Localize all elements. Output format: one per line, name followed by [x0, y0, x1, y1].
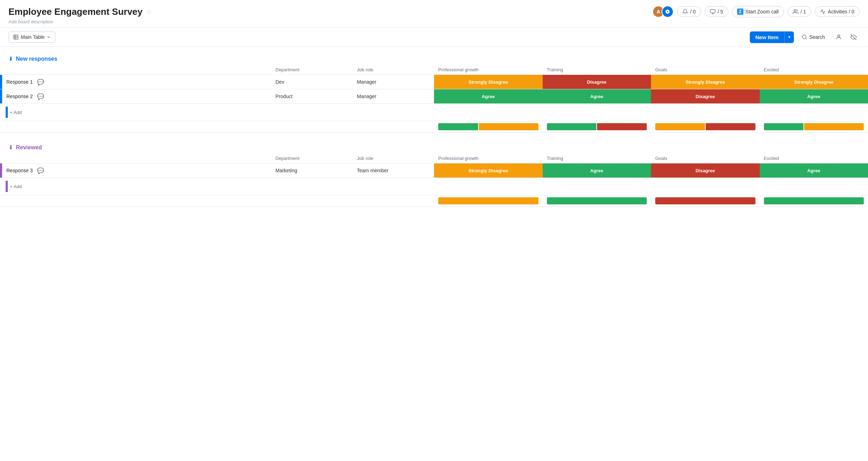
summary-row-new: [0, 121, 868, 133]
goals-cell-2[interactable]: Disagree: [651, 89, 760, 104]
zoom-button[interactable]: Z Start Zoom call: [732, 6, 784, 17]
group-title-new-responses[interactable]: New responses: [16, 56, 57, 62]
add-row-label-new[interactable]: + Add: [10, 110, 22, 115]
excited-badge-2[interactable]: Agree: [760, 89, 868, 103]
page-header: Employee Engagement Survey ☆ A / 0 / 5 Z…: [0, 0, 868, 28]
add-row-new[interactable]: + Add: [0, 104, 868, 121]
toolbar-left: Main Table: [8, 31, 55, 43]
profgrowth-badge-2[interactable]: Agree: [434, 89, 543, 103]
training-badge-2[interactable]: Agree: [543, 89, 651, 103]
updates-button[interactable]: / 0: [677, 6, 701, 17]
goals-cell-3[interactable]: Disagree: [651, 163, 760, 178]
excited-cell-3[interactable]: Agree: [760, 163, 868, 178]
bar-seg-red: [597, 123, 647, 130]
invites-button[interactable]: / 5: [705, 6, 729, 17]
person-icon-button[interactable]: [833, 31, 845, 43]
bar-seg-orange-3: [804, 123, 864, 130]
bar-seg-green: [438, 123, 478, 130]
row-name-cell-3: Response 3 💬: [0, 163, 271, 178]
excited-cell-1[interactable]: Strongly Disagree: [760, 75, 868, 89]
training-cell-2[interactable]: Agree: [543, 89, 651, 104]
goals-badge-3[interactable]: Disagree: [651, 163, 760, 178]
zoom-label: Start Zoom call: [746, 9, 779, 14]
col-header-goals-reviewed: Goals: [651, 154, 760, 163]
users-button[interactable]: / 1: [788, 6, 812, 17]
dept-value-1: Dev: [271, 76, 289, 88]
profgrowth-badge-3[interactable]: Strongly Disagree: [434, 163, 543, 178]
add-row-label-reviewed[interactable]: + Add: [10, 184, 22, 189]
add-row-indicator-reviewed: [6, 181, 8, 192]
comment-icon-2[interactable]: 💬: [37, 93, 44, 100]
search-button[interactable]: Search: [797, 32, 830, 42]
bar-seg-red-2: [706, 123, 755, 130]
col-header-department-reviewed: Department: [271, 154, 353, 163]
summary-empty-reviewed: [0, 195, 434, 207]
table-wrapper-reviewed: Department Job role Professional growth …: [0, 154, 868, 207]
summary-goals-reviewed: [651, 195, 760, 207]
profgrowth-cell-2[interactable]: Agree: [434, 89, 543, 104]
activities-button[interactable]: Activities / 0: [815, 6, 860, 17]
training-cell-3[interactable]: Agree: [543, 163, 651, 178]
jobrole-value-3: Team member: [352, 165, 392, 176]
col-header-department-new: Department: [271, 65, 353, 75]
row-name-3: Response 3: [6, 168, 33, 173]
jobrole-cell-1: Manager: [352, 75, 434, 89]
main-content: ⬇ New responses Department Department Jo…: [0, 47, 868, 221]
group-collapse-arrow-new[interactable]: ⬇: [8, 55, 13, 62]
training-badge-3[interactable]: Agree: [543, 163, 651, 178]
bar-seg-green-r2: [764, 197, 864, 204]
excited-cell-2[interactable]: Agree: [760, 89, 868, 104]
goals-cell-1[interactable]: Strongly Disagree: [651, 75, 760, 89]
excited-badge-1[interactable]: Strongly Disagree: [760, 75, 868, 89]
bar-seg-orange-2: [655, 123, 705, 130]
table-row: Response 2 💬 Product Manager: [0, 89, 868, 104]
new-item-label[interactable]: New Item: [750, 31, 785, 43]
jobrole-cell-2: Manager: [352, 89, 434, 104]
add-row-reviewed[interactable]: + Add: [0, 178, 868, 195]
summary-training-new: [543, 121, 651, 133]
group-collapse-arrow-reviewed[interactable]: ⬇: [8, 144, 13, 151]
new-item-button[interactable]: New Item ▾: [750, 31, 794, 43]
summary-profgrowth-reviewed: [434, 195, 543, 207]
group-header-new-responses: ⬇ New responses: [0, 53, 868, 65]
training-cell-1[interactable]: Disagree: [543, 75, 651, 89]
group-title-reviewed[interactable]: Reviewed: [16, 144, 42, 151]
table-new-responses: Department Department Job role Professio…: [0, 65, 868, 133]
profgrowth-cell-3[interactable]: Strongly Disagree: [434, 163, 543, 178]
summary-excited-reviewed: [760, 195, 868, 207]
star-icon[interactable]: ☆: [146, 7, 152, 16]
table-icon: [13, 34, 19, 40]
table-reviewed: Department Job role Professional growth …: [0, 154, 868, 207]
zoom-icon: Z: [737, 8, 743, 15]
search-label: Search: [809, 34, 825, 40]
profgrowth-badge-1[interactable]: Strongly Disagree: [434, 75, 543, 89]
hide-icon-button[interactable]: [848, 31, 860, 43]
profgrowth-summary-bar-r: [438, 197, 538, 204]
table-row: Response 1 💬 Dev Manager: [0, 75, 868, 89]
add-row-button-reviewed[interactable]: + Add: [0, 178, 868, 195]
add-row-button-new[interactable]: + Add: [0, 104, 868, 121]
profgrowth-cell-1[interactable]: Strongly Disagree: [434, 75, 543, 89]
training-badge-1[interactable]: Disagree: [543, 75, 651, 89]
goals-badge-2[interactable]: Disagree: [651, 89, 760, 103]
excited-summary-bar-r: [764, 197, 864, 204]
search-icon: [802, 34, 807, 40]
board-description[interactable]: Add board description: [8, 19, 860, 24]
svg-line-7: [806, 38, 807, 39]
dept-cell-3: Marketing: [271, 163, 353, 178]
col-header-excited-new: Excited: [760, 65, 868, 75]
main-table-tab[interactable]: Main Table: [8, 31, 55, 43]
new-item-dropdown-arrow[interactable]: ▾: [785, 32, 794, 42]
comment-icon-3[interactable]: 💬: [37, 167, 44, 174]
summary-profgrowth-new: [434, 121, 543, 133]
summary-row-reviewed: [0, 195, 868, 207]
goals-badge-1[interactable]: Strongly Disagree: [651, 75, 760, 89]
col-header-training-reviewed: Training: [543, 154, 651, 163]
excited-badge-3[interactable]: Agree: [760, 163, 868, 178]
comment-icon-1[interactable]: 💬: [37, 79, 44, 85]
table-header-row-reviewed: Department Job role Professional growth …: [0, 154, 868, 163]
col-header-excited-reviewed: Excited: [760, 154, 868, 163]
toolbar: Main Table New Item ▾ Search: [0, 28, 868, 47]
dept-cell-2: Product: [271, 89, 353, 104]
add-row-indicator-new: [6, 107, 8, 118]
